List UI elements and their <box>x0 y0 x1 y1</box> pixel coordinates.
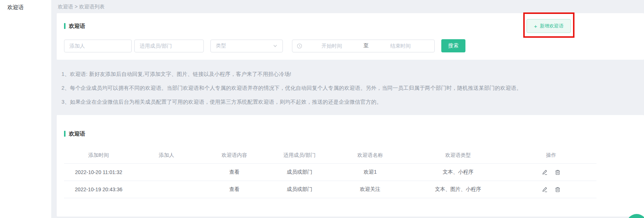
cell-members: 成员或部门 <box>269 181 330 198</box>
table-row: 2022-10-19 20:43:36 查看 成员或部门 欢迎关注 文本、图片、… <box>64 181 596 198</box>
cell-add-time: 2022-10-19 20:43:36 <box>64 181 133 198</box>
delete-icon[interactable] <box>555 169 561 175</box>
col-members: 适用成员/部门 <box>269 147 330 164</box>
add-welcome-button[interactable]: + 新增欢迎语 <box>527 19 571 33</box>
edit-icon[interactable] <box>542 186 548 192</box>
col-actions: 操作 <box>506 147 596 164</box>
cell-content-view-link[interactable]: 查看 <box>200 164 269 181</box>
cell-add-time: 2022-10-20 11:01:32 <box>64 164 133 181</box>
sidebar: 欢迎语 <box>0 0 51 218</box>
member-department-input[interactable] <box>134 40 204 52</box>
add-welcome-button-label: 新增欢迎语 <box>540 23 564 29</box>
table-card-title: 欢迎语 <box>69 130 85 137</box>
cell-type: 文本、图片、小程序 <box>410 181 506 198</box>
accent-bar <box>64 131 65 137</box>
cell-adder <box>133 181 200 198</box>
sidebar-item-welcome-message[interactable]: 欢迎语 <box>0 0 51 15</box>
instructions: 1、欢迎语: 新好友添加后自动回复,可添加文字、图片、链接以及小程序，客户来了不… <box>51 60 644 115</box>
edit-icon[interactable] <box>542 169 548 175</box>
adder-input[interactable] <box>64 40 132 52</box>
col-add-time: 添加时间 <box>64 147 133 164</box>
delete-icon[interactable] <box>555 186 561 192</box>
date-range-separator: 至 <box>362 43 371 49</box>
main-content: 欢迎语 > 欢迎语列表 欢迎语 + 新增欢迎语 类型 <box>51 0 644 218</box>
col-type: 欢迎语类型 <box>410 147 506 164</box>
search-button[interactable]: 搜索 <box>441 39 465 52</box>
cell-type: 文本、小程序 <box>410 164 506 181</box>
col-content: 欢迎语内容 <box>200 147 269 164</box>
table-card: 欢迎语 添加时间 添加人 欢迎语内容 适用成员/部门 欢迎语名称 欢迎语类型 操… <box>57 115 644 217</box>
cell-name: 欢迎关注 <box>330 181 410 198</box>
filter-row: 类型 至 搜索 <box>64 39 644 52</box>
col-name: 欢迎语名称 <box>330 147 410 164</box>
cell-adder <box>133 164 200 181</box>
welcome-message-table: 添加时间 添加人 欢迎语内容 适用成员/部门 欢迎语名称 欢迎语类型 操作 20… <box>64 147 596 198</box>
start-time-input[interactable] <box>302 43 362 49</box>
end-time-input[interactable] <box>371 43 430 49</box>
cell-members: 成员或部门 <box>269 164 330 181</box>
table-header-row: 添加时间 添加人 欢迎语内容 适用成员/部门 欢迎语名称 欢迎语类型 操作 <box>64 147 596 164</box>
instruction-line-1: 1、欢迎语: 新好友添加后自动回复,可添加文字、图片、链接以及小程序，客户来了不… <box>61 71 637 78</box>
filter-card: 欢迎语 + 新增欢迎语 类型 <box>57 13 644 60</box>
type-select[interactable]: 类型 <box>210 40 283 52</box>
cell-content-view-link[interactable]: 查看 <box>200 181 269 198</box>
date-range-picker[interactable]: 至 <box>292 40 435 52</box>
type-select-placeholder: 类型 <box>216 43 273 49</box>
instruction-line-3: 3、如果企业在企业微信后台为相关成员配置了可用的欢迎语，使用第三方系统配置欢迎语… <box>61 99 637 106</box>
table-row: 2022-10-20 11:01:32 查看 成员或部门 欢迎1 文本、小程序 <box>64 164 596 181</box>
cell-name: 欢迎1 <box>330 164 410 181</box>
breadcrumb: 欢迎语 > 欢迎语列表 <box>51 0 644 13</box>
instruction-line-2: 2、每个企业成员均可以拥有不同的欢迎语。当部门欢迎语和个人专属的欢迎语并存的情况… <box>61 85 637 92</box>
accent-bar <box>64 23 65 29</box>
card-title: 欢迎语 <box>69 23 85 30</box>
clock-icon <box>297 43 302 49</box>
col-adder: 添加人 <box>133 147 200 164</box>
chevron-down-icon <box>273 44 277 48</box>
plus-icon: + <box>534 23 537 29</box>
